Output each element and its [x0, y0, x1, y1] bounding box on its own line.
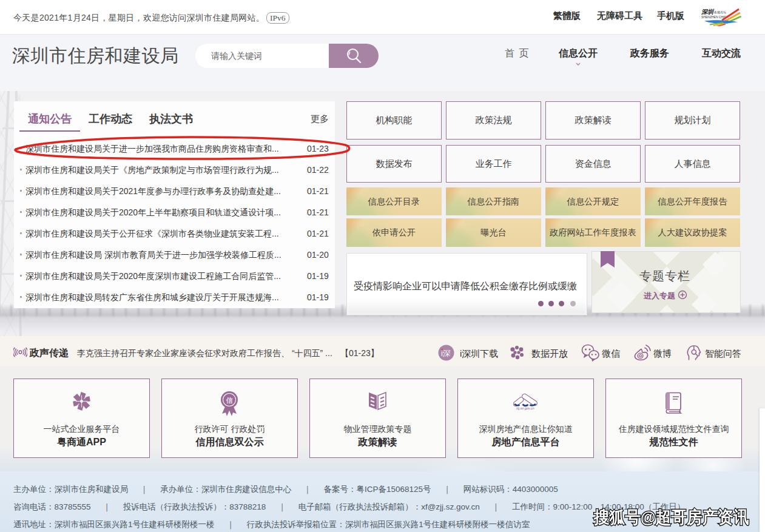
svg-text:欢迎点坛: 欢迎点坛	[714, 10, 726, 14]
svg-text:信: 信	[226, 397, 234, 404]
svg-text:zjj.sz.gov.cn: zjj.sz.gov.cn	[516, 406, 534, 410]
svg-text:深圳: 深圳	[701, 8, 715, 15]
